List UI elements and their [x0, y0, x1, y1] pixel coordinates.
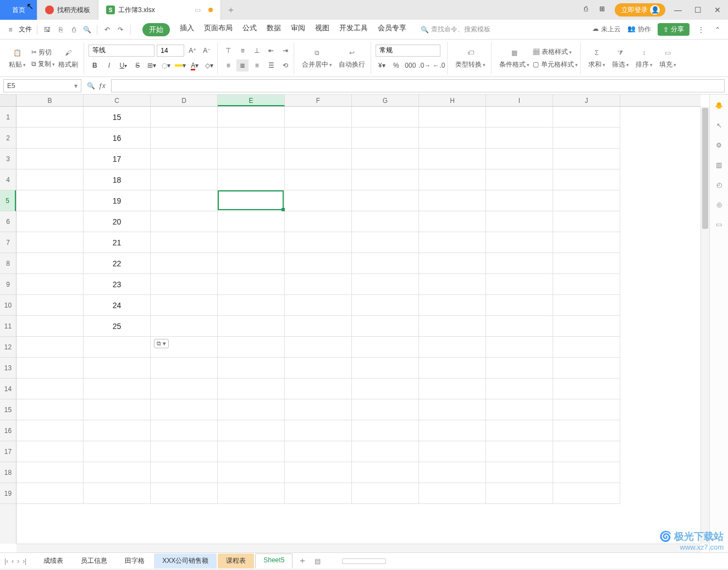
indent-dec-icon[interactable]: ⇤	[265, 45, 277, 57]
cell[interactable]	[486, 169, 553, 190]
cell[interactable]	[151, 462, 218, 483]
cell[interactable]: 23	[84, 274, 151, 295]
sp-target-icon[interactable]: ◎	[714, 199, 725, 210]
col-header[interactable]: J	[553, 95, 620, 106]
cell[interactable]	[553, 190, 620, 211]
cell[interactable]	[218, 462, 285, 483]
cell[interactable]	[553, 211, 620, 232]
cell[interactable]	[553, 358, 620, 379]
cell[interactable]	[352, 462, 419, 483]
sheet-nav-last-icon[interactable]: ›|	[23, 557, 26, 565]
highlight-button[interactable]: ▾	[174, 59, 186, 72]
cell[interactable]	[419, 295, 486, 316]
align-bottom-icon[interactable]: ⊥	[251, 45, 263, 57]
strike-button[interactable]: S	[131, 59, 144, 72]
cell[interactable]	[419, 420, 486, 441]
menu-view[interactable]: 视图	[315, 23, 329, 36]
cell[interactable]	[151, 253, 218, 274]
row-header[interactable]: 3	[0, 149, 16, 169]
cell[interactable]	[151, 107, 218, 128]
cell[interactable]	[84, 379, 151, 399]
cell[interactable]	[218, 149, 285, 169]
cell[interactable]	[486, 232, 553, 253]
cell[interactable]	[419, 253, 486, 274]
cell[interactable]	[285, 149, 352, 169]
maximize-button[interactable]: ☐	[691, 6, 705, 14]
cell[interactable]	[285, 190, 352, 211]
preview-icon[interactable]: 🔍	[82, 25, 92, 35]
row-header[interactable]: 10	[0, 295, 16, 316]
tab-menu-icon[interactable]: ▭	[195, 6, 201, 14]
cell[interactable]	[285, 169, 352, 190]
cell[interactable]	[419, 107, 486, 128]
cell[interactable]	[16, 358, 84, 379]
cell[interactable]: 20	[84, 211, 151, 232]
cell[interactable]	[486, 379, 553, 399]
cell[interactable]	[16, 128, 84, 149]
currency-icon[interactable]: ¥▾	[376, 59, 388, 72]
tab-scroll[interactable]	[342, 558, 386, 564]
cell[interactable]	[84, 399, 151, 420]
menu-start[interactable]: 开始	[142, 23, 170, 36]
cell[interactable]	[419, 399, 486, 420]
cell[interactable]	[553, 399, 620, 420]
row-header[interactable]: 18	[0, 462, 16, 483]
cell[interactable]	[16, 190, 84, 211]
number-format-select[interactable]	[376, 45, 440, 57]
cell[interactable]	[151, 149, 218, 169]
cell[interactable]	[419, 190, 486, 211]
sheet-tab[interactable]: 课程表	[218, 553, 254, 568]
cell[interactable]	[352, 358, 419, 379]
cell[interactable]	[16, 462, 84, 483]
clear-format-button[interactable]: ◇▾	[203, 59, 215, 72]
select-all-corner[interactable]	[0, 95, 16, 106]
vertical-scrollbar[interactable]	[701, 107, 709, 544]
row-header[interactable]: 7	[0, 232, 16, 253]
orientation-icon[interactable]: ⟲	[279, 59, 291, 72]
cell[interactable]	[218, 316, 285, 337]
paste-button[interactable]: 📋粘贴	[5, 46, 29, 70]
conditional-format-button[interactable]: ▦条件格式	[496, 43, 533, 73]
font-color-button[interactable]: A▾	[189, 59, 201, 72]
row-header[interactable]: 12	[0, 337, 16, 358]
inc-decimal-icon[interactable]: .0→	[418, 59, 431, 72]
bold-button[interactable]: B	[89, 59, 101, 72]
cell[interactable]	[16, 253, 84, 274]
sp-clock-icon[interactable]: ◴	[714, 179, 725, 190]
cell[interactable]	[486, 420, 553, 441]
cell[interactable]	[285, 399, 352, 420]
cell[interactable]	[16, 316, 84, 337]
minimize-button[interactable]: —	[671, 6, 685, 14]
sp-settings-icon[interactable]: ⚙	[714, 140, 725, 151]
align-right-icon[interactable]: ≡	[251, 59, 263, 72]
cell[interactable]	[285, 253, 352, 274]
sort-button[interactable]: ↕排序	[632, 43, 656, 73]
justify-icon[interactable]: ☰	[265, 59, 277, 72]
cell[interactable]	[486, 483, 553, 504]
cell[interactable]	[352, 232, 419, 253]
tab-document[interactable]: S 工作簿3.xlsx ▭	[98, 0, 221, 20]
cell[interactable]	[553, 107, 620, 128]
cell[interactable]	[553, 295, 620, 316]
cell[interactable]	[218, 274, 285, 295]
cell[interactable]: 25	[84, 316, 151, 337]
cell[interactable]	[419, 169, 486, 190]
row-header[interactable]: 9	[0, 274, 16, 295]
cell[interactable]	[553, 316, 620, 337]
cell[interactable]	[486, 316, 553, 337]
cell[interactable]	[151, 190, 218, 211]
col-header[interactable]: F	[285, 95, 352, 106]
cell[interactable]	[16, 211, 84, 232]
cell[interactable]	[285, 128, 352, 149]
type-convert-button[interactable]: 🏷类型转换	[452, 43, 489, 73]
cell[interactable]	[84, 441, 151, 462]
login-button[interactable]: 立即登录 👤	[615, 3, 665, 17]
cell[interactable]: 15	[84, 107, 151, 128]
close-button[interactable]: ✕	[710, 6, 725, 14]
add-sheet-button[interactable]: ＋	[294, 555, 311, 567]
cell[interactable]	[553, 462, 620, 483]
cell[interactable]	[419, 358, 486, 379]
cell[interactable]	[419, 316, 486, 337]
cell[interactable]	[218, 190, 285, 211]
cell[interactable]	[352, 420, 419, 441]
